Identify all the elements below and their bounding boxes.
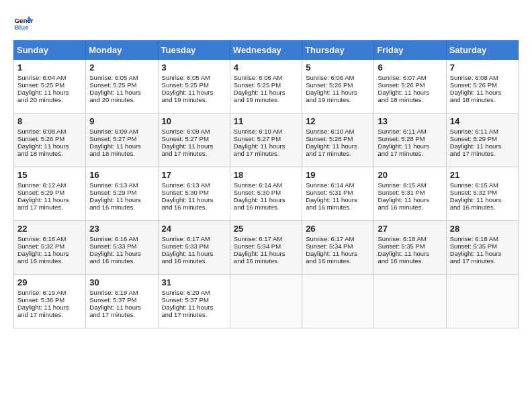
day-info-line: Sunrise: 6:04 AM bbox=[17, 74, 82, 81]
day-info-line: Daylight: 11 hours bbox=[234, 196, 298, 203]
day-info-line: Sunrise: 6:06 AM bbox=[234, 74, 298, 81]
calendar-cell: 30Sunrise: 6:19 AMSunset: 5:37 PMDayligh… bbox=[86, 275, 158, 328]
day-info-line: Sunset: 5:28 PM bbox=[378, 135, 442, 142]
day-info-line: Sunset: 5:34 PM bbox=[234, 242, 298, 250]
day-number: 8 bbox=[17, 116, 82, 126]
day-info-line: and 16 minutes. bbox=[89, 203, 154, 211]
day-info-line: Sunrise: 6:13 AM bbox=[162, 181, 226, 189]
column-header-saturday: Saturday bbox=[446, 41, 518, 60]
day-info-line: Daylight: 11 hours bbox=[162, 304, 226, 311]
day-info-line: Sunset: 5:27 PM bbox=[89, 135, 154, 142]
day-info-line: and 16 minutes. bbox=[89, 257, 154, 265]
day-info-line: Sunset: 5:35 PM bbox=[378, 242, 442, 250]
day-info-line: Sunset: 5:31 PM bbox=[306, 189, 370, 196]
calendar-cell: 1Sunrise: 6:04 AMSunset: 5:25 PMDaylight… bbox=[14, 60, 86, 113]
calendar-cell: 29Sunrise: 6:19 AMSunset: 5:36 PMDayligh… bbox=[14, 275, 86, 328]
day-info-line: Sunset: 5:33 PM bbox=[89, 242, 154, 250]
day-info-line: and 17 minutes. bbox=[17, 311, 82, 318]
day-info-line: and 17 minutes. bbox=[89, 311, 154, 318]
calendar-cell: 15Sunrise: 6:12 AMSunset: 5:29 PMDayligh… bbox=[14, 167, 86, 221]
calendar-cell: 6Sunrise: 6:07 AMSunset: 5:26 PMDaylight… bbox=[374, 60, 446, 113]
day-number: 31 bbox=[162, 277, 226, 287]
day-info-line: Sunrise: 6:16 AM bbox=[89, 235, 154, 242]
day-info-line: Sunrise: 6:19 AM bbox=[17, 289, 82, 296]
day-number: 13 bbox=[378, 116, 442, 126]
calendar-cell: 8Sunrise: 6:08 AMSunset: 5:26 PMDaylight… bbox=[14, 113, 86, 167]
day-info-line: Sunrise: 6:08 AM bbox=[17, 128, 82, 135]
day-info-line: and 18 minutes. bbox=[378, 96, 442, 103]
column-header-monday: Monday bbox=[86, 41, 158, 60]
day-number: 5 bbox=[306, 62, 370, 73]
day-info-line: Sunrise: 6:17 AM bbox=[162, 235, 226, 242]
calendar-week-row: 1Sunrise: 6:04 AMSunset: 5:25 PMDaylight… bbox=[14, 60, 519, 113]
day-info-line: Sunrise: 6:15 AM bbox=[450, 181, 515, 189]
calendar-cell: 7Sunrise: 6:08 AMSunset: 5:26 PMDaylight… bbox=[446, 60, 518, 113]
calendar-cell: 9Sunrise: 6:09 AMSunset: 5:27 PMDaylight… bbox=[86, 113, 158, 167]
day-info-line: Sunset: 5:25 PM bbox=[17, 81, 82, 89]
calendar-cell: 3Sunrise: 6:05 AMSunset: 5:25 PMDaylight… bbox=[158, 60, 230, 113]
calendar-body: 1Sunrise: 6:04 AMSunset: 5:25 PMDaylight… bbox=[14, 60, 519, 328]
day-number: 10 bbox=[162, 116, 226, 126]
column-header-sunday: Sunday bbox=[14, 41, 86, 60]
calendar-cell: 12Sunrise: 6:10 AMSunset: 5:28 PMDayligh… bbox=[302, 113, 374, 167]
calendar-week-row: 29Sunrise: 6:19 AMSunset: 5:36 PMDayligh… bbox=[14, 275, 519, 328]
day-info-line: Sunrise: 6:06 AM bbox=[306, 74, 370, 81]
day-info-line: Sunset: 5:32 PM bbox=[450, 189, 515, 196]
day-info-line: Sunrise: 6:11 AM bbox=[450, 128, 515, 135]
day-info-line: Daylight: 11 hours bbox=[450, 89, 515, 96]
day-info-line: Sunrise: 6:18 AM bbox=[378, 235, 442, 242]
day-number: 23 bbox=[89, 224, 154, 234]
day-number: 1 bbox=[17, 62, 82, 73]
day-info-line: Sunset: 5:37 PM bbox=[89, 296, 154, 304]
day-info-line: Sunset: 5:26 PM bbox=[378, 81, 442, 89]
day-info-line: Sunrise: 6:19 AM bbox=[89, 289, 154, 296]
page-header: General Blue bbox=[13, 13, 519, 34]
day-info-line: and 16 minutes. bbox=[378, 203, 442, 211]
calendar-cell bbox=[446, 275, 518, 328]
day-info-line: and 19 minutes. bbox=[306, 96, 370, 103]
day-info-line: Sunset: 5:26 PM bbox=[17, 135, 82, 142]
day-info-line: and 17 minutes. bbox=[306, 150, 370, 157]
day-number: 2 bbox=[89, 62, 154, 73]
day-info-line: Daylight: 11 hours bbox=[234, 250, 298, 257]
calendar-cell: 23Sunrise: 6:16 AMSunset: 5:33 PMDayligh… bbox=[86, 221, 158, 275]
day-info-line: Sunrise: 6:10 AM bbox=[234, 128, 298, 135]
day-number: 21 bbox=[450, 170, 515, 180]
day-number: 28 bbox=[450, 224, 515, 234]
day-info-line: Daylight: 11 hours bbox=[162, 196, 226, 203]
day-info-line: Daylight: 11 hours bbox=[450, 196, 515, 203]
day-info-line: and 16 minutes. bbox=[450, 203, 515, 211]
day-number: 6 bbox=[378, 62, 442, 73]
calendar-cell: 5Sunrise: 6:06 AMSunset: 5:26 PMDaylight… bbox=[302, 60, 374, 113]
day-info-line: Daylight: 11 hours bbox=[306, 142, 370, 150]
day-info-line: Sunset: 5:35 PM bbox=[450, 242, 515, 250]
calendar-cell: 19Sunrise: 6:14 AMSunset: 5:31 PMDayligh… bbox=[302, 167, 374, 221]
day-info-line: Daylight: 11 hours bbox=[89, 250, 154, 257]
day-info-line: Daylight: 11 hours bbox=[17, 196, 82, 203]
day-info-line: Sunrise: 6:15 AM bbox=[378, 181, 442, 189]
calendar-cell: 4Sunrise: 6:06 AMSunset: 5:25 PMDaylight… bbox=[230, 60, 302, 113]
day-info-line: Sunrise: 6:13 AM bbox=[89, 181, 154, 189]
logo: General Blue bbox=[13, 13, 34, 34]
day-number: 27 bbox=[378, 224, 442, 234]
calendar-cell: 11Sunrise: 6:10 AMSunset: 5:27 PMDayligh… bbox=[230, 113, 302, 167]
column-header-thursday: Thursday bbox=[302, 41, 374, 60]
day-info-line: Sunrise: 6:14 AM bbox=[234, 181, 298, 189]
day-info-line: Daylight: 11 hours bbox=[162, 250, 226, 257]
day-info-line: Sunrise: 6:09 AM bbox=[162, 128, 226, 135]
day-info-line: Daylight: 11 hours bbox=[378, 142, 442, 150]
day-info-line: Daylight: 11 hours bbox=[162, 142, 226, 150]
day-info-line: Sunrise: 6:20 AM bbox=[162, 289, 226, 296]
day-info-line: Daylight: 11 hours bbox=[89, 89, 154, 96]
day-info-line: Sunset: 5:33 PM bbox=[162, 242, 226, 250]
calendar-cell bbox=[230, 275, 302, 328]
day-number: 3 bbox=[162, 62, 226, 73]
calendar-cell: 21Sunrise: 6:15 AMSunset: 5:32 PMDayligh… bbox=[446, 167, 518, 221]
day-info-line: Sunset: 5:25 PM bbox=[162, 81, 226, 89]
day-info-line: Daylight: 11 hours bbox=[17, 142, 82, 150]
calendar-header-row: SundayMondayTuesdayWednesdayThursdayFrid… bbox=[14, 41, 519, 60]
day-info-line: Sunset: 5:26 PM bbox=[450, 81, 515, 89]
day-info-line: Daylight: 11 hours bbox=[89, 196, 154, 203]
day-info-line: and 16 minutes. bbox=[162, 203, 226, 211]
day-info-line: Sunset: 5:27 PM bbox=[162, 135, 226, 142]
